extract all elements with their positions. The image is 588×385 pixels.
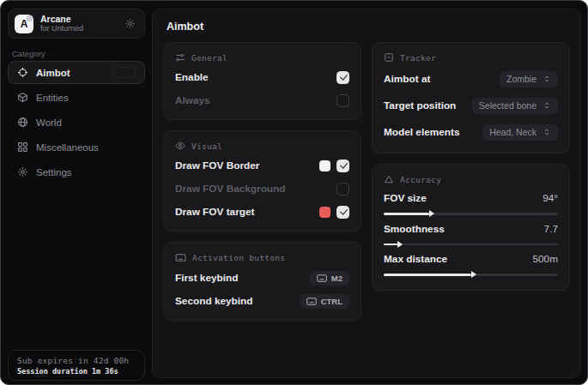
fov-border-checkbox[interactable]: [336, 159, 349, 172]
tracker-section: Tracker Aimbot at Zombie: [372, 42, 570, 153]
setting-label: FOV size: [384, 192, 427, 204]
select-value: Selected bone: [479, 100, 536, 111]
aimbot-at-select[interactable]: Zombie: [500, 71, 558, 87]
fov-target-checkbox[interactable]: [336, 206, 349, 219]
sidebar-item-label: Aimbot: [36, 68, 70, 78]
setting-label: Always: [175, 94, 210, 106]
gear-icon[interactable]: [124, 18, 136, 29]
sidebar-item-world[interactable]: World: [8, 111, 145, 134]
section-title: Tracker: [400, 53, 436, 63]
setting-row-fov-target: Draw FOV target: [175, 203, 349, 220]
page-title: Aimbot: [167, 21, 570, 33]
grid-icon: [17, 141, 28, 153]
keybind-value: CTRL: [321, 297, 342, 306]
setting-label: Target position: [384, 99, 456, 111]
session-duration-text: Session duration 1m 36s: [17, 367, 136, 376]
cube-icon: [17, 92, 28, 103]
app-name: Arcane: [40, 14, 83, 24]
max-distance-slider[interactable]: [384, 274, 558, 276]
setting-row-enable: Enable: [175, 69, 349, 86]
category-label: Category: [12, 49, 45, 58]
keyboard-icon: [175, 252, 186, 263]
enable-checkbox[interactable]: [336, 71, 349, 84]
globe-icon: [17, 117, 28, 128]
setting-label: Model elements: [384, 126, 460, 138]
setting-row-fov-size: FOV size 94°: [384, 192, 558, 215]
slider-fill[interactable]: [384, 213, 429, 215]
slider-value: 7.7: [544, 223, 558, 235]
setting-row-smoothness: Smoothness 7.7: [384, 223, 558, 246]
slider-value: 500m: [532, 253, 558, 265]
setting-row-second-keybind: Second keybind CTRL: [175, 292, 349, 310]
sidebar-nav: Aimbot Entities World: [8, 61, 145, 183]
sidebar-item-label: Miscellaneous: [36, 142, 99, 153]
color-swatch-white[interactable]: [319, 160, 330, 171]
setting-row-fov-border: Draw FOV Border: [175, 157, 349, 174]
sidebar-item-label: Entities: [36, 93, 69, 103]
fov-background-checkbox[interactable]: [336, 183, 349, 196]
setting-row-max-distance: Max distance 500m: [384, 253, 558, 276]
setting-label: Second keybind: [175, 295, 252, 307]
setting-label: First keybind: [175, 272, 238, 284]
second-keybind-button[interactable]: CTRL: [300, 294, 349, 309]
select-value: Head, Neck: [489, 127, 536, 137]
sidebar-item-miscellaneous[interactable]: Miscellaneous: [8, 135, 145, 159]
keyboard-icon: [317, 274, 327, 282]
section-title: General: [191, 53, 227, 63]
unfold-icon: [543, 101, 551, 110]
sidebar-item-label: World: [36, 117, 62, 128]
setting-row-fov-background: Draw FOV Background: [175, 180, 349, 197]
app-window: A Arcane for Unturned Category Aimbot: [0, 0, 588, 385]
gear-icon: [17, 166, 28, 177]
setting-label: Draw FOV Background: [175, 183, 285, 195]
triangle-icon: [384, 174, 394, 184]
frame-icon: [384, 52, 394, 63]
first-keybind-button[interactable]: M2: [310, 271, 349, 286]
model-elements-select[interactable]: Head, Neck: [482, 124, 558, 141]
sidebar-item-aimbot[interactable]: Aimbot: [8, 61, 145, 84]
subscription-status: Sub expires in 42d 00h Session duration …: [8, 350, 145, 381]
sidebar-item-settings[interactable]: Settings: [8, 160, 145, 183]
main-panel: Aimbot General Enable: [152, 9, 581, 378]
setting-label: Smoothness: [384, 223, 445, 235]
section-title: Accuracy: [400, 175, 441, 184]
fov-size-slider[interactable]: [384, 213, 558, 215]
smoothness-slider[interactable]: [384, 244, 558, 246]
slider-fill[interactable]: [384, 274, 471, 276]
select-value: Zombie: [506, 74, 536, 84]
eye-icon: [175, 141, 185, 151]
general-section: General Enable Always: [163, 42, 361, 120]
target-position-select[interactable]: Selected bone: [472, 98, 558, 114]
setting-row-first-keybind: First keybind M2: [175, 269, 349, 286]
logo-letter: A: [21, 18, 28, 30]
visual-section: Visual Draw FOV Border Draw FOV Backgrou…: [163, 130, 361, 232]
app-subtitle: for Unturned: [40, 24, 83, 33]
setting-row-aimbot-at: Aimbot at Zombie: [384, 69, 558, 89]
activation-section: Activation buttons First keybind: [163, 242, 361, 321]
sliders-icon: [175, 52, 185, 63]
setting-row-model-elements: Model elements Head, Neck: [384, 122, 558, 142]
setting-label: Aimbot at: [384, 73, 430, 85]
setting-label: Enable: [175, 71, 209, 83]
app-logo: A: [15, 15, 33, 33]
slider-fill[interactable]: [384, 244, 397, 246]
setting-label: Draw FOV target: [175, 206, 254, 218]
setting-row-target-position: Target position Selected bone: [384, 95, 558, 116]
setting-row-always: Always: [175, 92, 349, 109]
slider-value: 94°: [543, 192, 558, 204]
keybind-value: M2: [331, 274, 342, 283]
brand-header: A Arcane for Unturned: [8, 9, 145, 39]
crosshair-icon: [17, 67, 28, 78]
sub-expires-text: Sub expires in 42d 00h: [17, 356, 136, 365]
keybind-hint-badge: [113, 67, 136, 78]
section-title: Activation buttons: [192, 253, 285, 262]
color-swatch-red[interactable]: [319, 207, 330, 218]
unfold-icon: [543, 75, 551, 83]
section-title: Visual: [191, 141, 222, 151]
always-checkbox[interactable]: [336, 94, 349, 107]
unfold-icon: [543, 128, 551, 136]
keyboard-icon: [306, 298, 317, 305]
sidebar-item-entities[interactable]: Entities: [8, 86, 145, 109]
accuracy-section: Accuracy FOV size 94° Smoothness: [372, 164, 570, 291]
setting-label: Max distance: [384, 253, 447, 265]
